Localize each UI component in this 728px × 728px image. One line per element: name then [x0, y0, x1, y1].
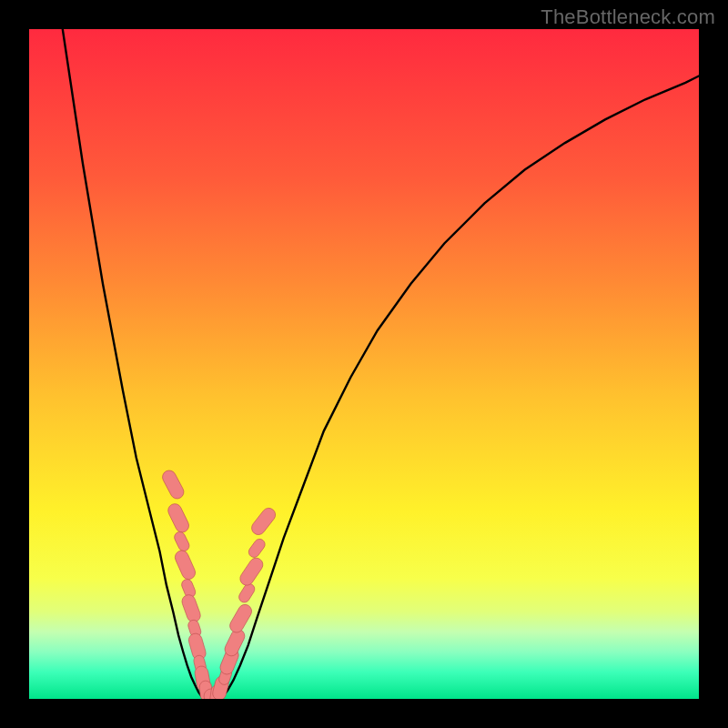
data-marker: [160, 468, 187, 500]
data-marker: [173, 531, 191, 553]
data-marker: [166, 501, 191, 534]
bottleneck-curve: [63, 29, 699, 699]
watermark-text: TheBottleneck.com: [541, 5, 715, 29]
data-marker: [228, 602, 254, 635]
data-marker: [247, 537, 268, 560]
plot-area: [29, 29, 699, 699]
outer-frame: TheBottleneck.com: [0, 0, 728, 728]
chart-svg: [29, 29, 699, 699]
curve-group: [63, 29, 699, 699]
data-marker: [249, 505, 278, 537]
data-marker: [180, 593, 202, 624]
data-marker: [238, 555, 266, 588]
marker-group: [160, 468, 278, 699]
data-marker: [173, 549, 197, 581]
